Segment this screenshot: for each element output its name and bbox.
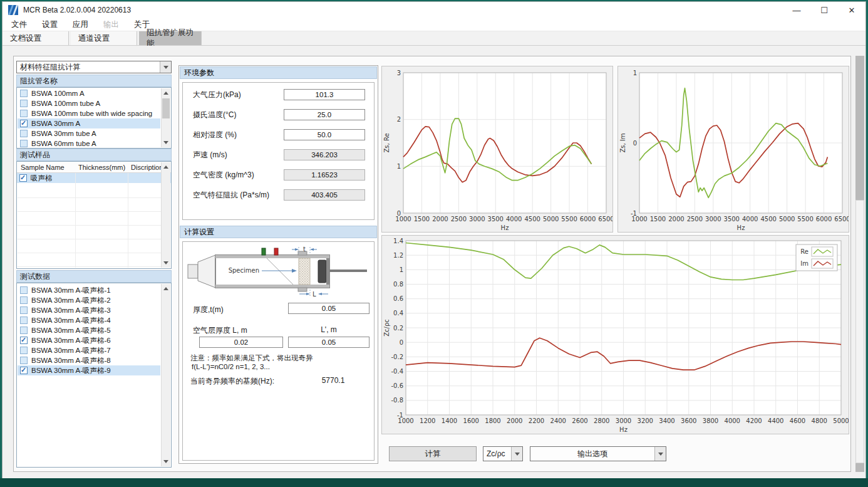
sample-table: Sample Name Thickness(mm) Discription 吸声…	[16, 161, 172, 269]
window-scrollbar-thumb[interactable]	[855, 200, 864, 463]
checkbox[interactable]	[20, 327, 28, 334]
minimize-button[interactable]: —	[783, 2, 810, 18]
output-options-value: 输出选项	[530, 449, 654, 459]
data-list-item-label: BSWA 30mm A-吸声棉-8	[31, 356, 111, 365]
data-list-item[interactable]: BSWA 30mm A-吸声棉-8	[18, 355, 160, 365]
svg-text:3000: 3000	[616, 417, 631, 424]
svg-text:1: 1	[400, 266, 403, 273]
quantity-dropdown[interactable]: Zc/ρc	[483, 446, 523, 461]
tube-list-item[interactable]: BSWA 100mm A	[18, 88, 160, 98]
checkbox[interactable]	[20, 120, 28, 127]
svg-text:1000: 1000	[398, 417, 413, 424]
sample-table-scrollbar[interactable]	[161, 162, 170, 268]
svg-text:2200: 2200	[529, 417, 544, 424]
env-field-input[interactable]	[284, 89, 365, 100]
tab[interactable]: 文档设置	[3, 31, 69, 45]
env-field-label: 声速 (m/s)	[193, 150, 227, 160]
tube-list-item[interactable]: BSWA 60mm tube A	[18, 139, 160, 149]
data-list-item[interactable]: BSWA 30mm A-吸声棉-7	[18, 345, 160, 355]
tab[interactable]: 通道设置	[71, 31, 137, 45]
env-field-input[interactable]	[284, 109, 365, 120]
scroll-up-icon[interactable]	[162, 88, 170, 98]
window-scrollbar[interactable]	[855, 56, 864, 472]
data-list-item[interactable]: BSWA 30mm A-吸声棉-3	[18, 305, 160, 315]
svg-text:4800: 4800	[812, 417, 827, 424]
checkbox[interactable]	[20, 90, 28, 97]
thickness-label: 厚度,t(m)	[193, 305, 224, 315]
chevron-down-icon[interactable]	[654, 447, 666, 461]
app-logo-icon	[8, 5, 18, 15]
data-list-item-label: BSWA 30mm A-吸声棉-4	[31, 316, 111, 325]
close-button[interactable]: ✕	[838, 2, 865, 18]
data-list-scrollbar[interactable]	[161, 284, 170, 466]
calculate-button[interactable]: 计算	[389, 446, 477, 461]
menu-item[interactable]: 应用	[73, 19, 88, 30]
chevron-down-icon[interactable]	[511, 447, 522, 461]
scroll-down-icon[interactable]	[162, 457, 170, 466]
checkbox[interactable]	[20, 337, 28, 344]
checkbox[interactable]	[20, 296, 28, 304]
env-section-header: 环境参数	[180, 66, 377, 79]
data-list-item[interactable]: BSWA 30mm A-吸声棉-5	[18, 325, 160, 335]
air-layer-input[interactable]	[199, 337, 283, 348]
tube-list-scrollbar[interactable]	[161, 88, 170, 147]
env-field-row: 摄氏温度(°C)	[183, 109, 374, 120]
menu-item[interactable]: 文件	[11, 19, 27, 30]
checkbox[interactable]	[19, 174, 27, 182]
tube-list-item[interactable]: BSWA 100mm tube with wide spacing	[18, 108, 160, 118]
env-field-input[interactable]	[284, 129, 365, 140]
checkbox[interactable]	[20, 357, 28, 364]
checkbox[interactable]	[20, 100, 28, 107]
checkbox[interactable]	[20, 140, 28, 147]
tube-list-item[interactable]: BSWA 30mm A	[18, 118, 160, 128]
data-list-item[interactable]: BSWA 30mm A-吸声棉-1	[18, 285, 160, 295]
thickness-input[interactable]	[288, 303, 369, 314]
data-list-item[interactable]: BSWA 30mm A-吸声棉-6	[18, 335, 160, 345]
data-list-item[interactable]: BSWA 30mm A-吸声棉-9	[18, 365, 160, 375]
sample-section-header: 测试样品	[16, 149, 172, 161]
checkbox[interactable]	[20, 367, 28, 374]
svg-text:4200: 4200	[746, 417, 762, 424]
checkbox[interactable]	[20, 286, 28, 294]
env-field-input	[284, 169, 365, 181]
scroll-up-icon[interactable]	[162, 162, 170, 172]
svg-text:6000: 6000	[580, 216, 596, 223]
scroll-down-icon[interactable]	[162, 258, 170, 268]
svg-text:2400: 2400	[550, 417, 566, 424]
svg-text:L: L	[313, 291, 316, 298]
tube-list-item-label: BSWA 100mm tube with wide spacing	[31, 110, 152, 117]
svg-text:5000: 5000	[833, 417, 849, 424]
maximize-button[interactable]: ☐	[810, 2, 838, 18]
tube-list-item[interactable]: BSWA 30mm tube A	[18, 128, 160, 139]
tab[interactable]: 阻抗管扩展功能	[139, 31, 202, 45]
checkbox[interactable]	[20, 306, 28, 314]
checkbox[interactable]	[20, 347, 28, 354]
tube-list-item[interactable]: BSWA 100mm tube A	[18, 98, 160, 108]
svg-text:Specimen: Specimen	[229, 267, 259, 274]
column-description: Discription	[127, 164, 162, 171]
svg-text:-1: -1	[397, 412, 403, 419]
output-options-dropdown[interactable]: 输出选项	[530, 446, 666, 461]
env-field-input	[284, 149, 365, 160]
data-list-item[interactable]: BSWA 30mm A-吸声棉-2	[18, 295, 160, 305]
checkbox[interactable]	[20, 317, 28, 324]
scroll-up-icon[interactable]	[162, 284, 170, 293]
data-list-item[interactable]: BSWA 30mm A-吸声棉-4	[18, 315, 160, 325]
scrollbar-thumb[interactable]	[162, 98, 170, 118]
air-layer-label: 空气层厚度 L, m	[193, 325, 247, 336]
scroll-down-icon[interactable]	[162, 138, 170, 147]
calc-type-dropdown[interactable]: 材料特征阻抗计算	[16, 61, 172, 73]
sample-row[interactable]: 吸声棉	[17, 173, 171, 183]
title-bar: MCR Beta 2.02.0.004 20220613 — ☐ ✕	[3, 2, 865, 18]
svg-text:0.4: 0.4	[393, 310, 403, 317]
chevron-down-icon[interactable]	[160, 61, 171, 73]
l-prime-input[interactable]	[288, 337, 369, 348]
svg-text:2800: 2800	[594, 417, 609, 424]
checkbox[interactable]	[20, 130, 28, 137]
svg-text:2000: 2000	[668, 216, 684, 223]
svg-text:5000: 5000	[779, 216, 795, 223]
checkbox[interactable]	[20, 110, 28, 117]
svg-text:2: 2	[397, 116, 401, 123]
svg-text:3: 3	[397, 70, 401, 76]
menu-item[interactable]: 设置	[42, 19, 58, 30]
